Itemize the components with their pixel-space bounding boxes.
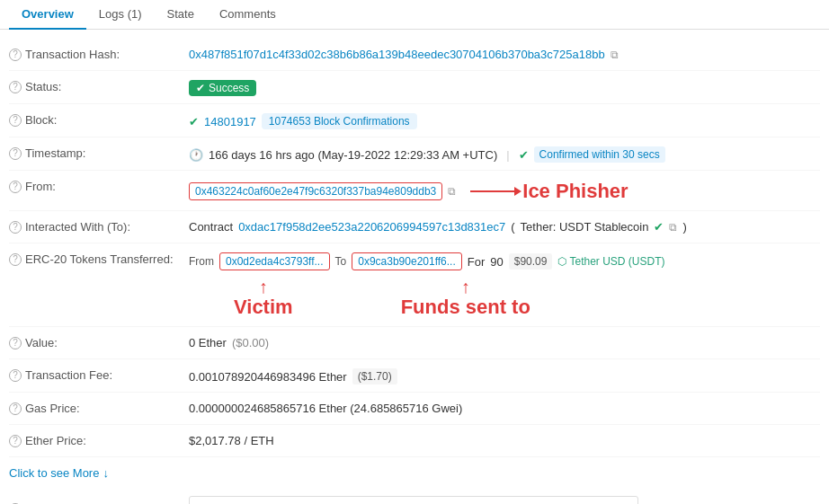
help-icon-block[interactable]: ?	[9, 114, 22, 127]
ether-price-text: $2,017.78 / ETH	[189, 434, 274, 447]
contract-copy-icon[interactable]: ⧉	[669, 221, 677, 234]
tab-comments[interactable]: Comments	[207, 0, 289, 30]
erc20-price-badge: $90.09	[509, 253, 553, 270]
help-icon-gas[interactable]: ?	[9, 402, 22, 415]
help-icon-tx[interactable]: ?	[9, 49, 22, 61]
erc20-to-prefix: To	[335, 255, 347, 268]
erc20-value: From 0x0d2eda4c3793ff... To 0x9ca3b90e20…	[189, 251, 820, 319]
help-icon-interacted[interactable]: ?	[9, 221, 22, 234]
transaction-hash-link[interactable]: 0x487f851f07d1c4f33d02c38b6b86a139b48eed…	[189, 48, 605, 61]
timestamp-value: 🕐 166 days 16 hrs ago (May-19-2022 12:29…	[189, 145, 820, 163]
tab-state[interactable]: State	[155, 0, 207, 30]
block-number-link[interactable]: 14801917	[204, 115, 256, 128]
from-value: 0x463224c0af60e2e47f9c6320f337ba94e809dd…	[189, 178, 820, 203]
value-usd: ($0.00)	[232, 336, 269, 349]
transaction-hash-row: ? Transaction Hash: 0x487f851f07d1c4f33d…	[9, 39, 820, 71]
block-check-icon: ✔	[189, 115, 199, 128]
status-row: ? Status: ✔ Success	[9, 71, 820, 104]
click-more-link[interactable]: Click to see More ↓	[9, 457, 820, 489]
timestamp-label: ? Timestamp:	[9, 145, 189, 160]
chevron-down-icon: ↓	[103, 466, 109, 480]
erc20-from-prefix: From	[189, 255, 214, 268]
clock-icon: 🕐	[189, 148, 203, 162]
victim-arrow-icon: ↑	[259, 278, 268, 296]
value-value: 0 Ether ($0.00)	[189, 334, 820, 349]
value-label: ? Value:	[9, 334, 189, 349]
from-label: ? From:	[9, 178, 189, 193]
block-row: ? Block: ✔ 14801917 1074653 Block Confir…	[9, 104, 820, 137]
ether-price-value: $2,017.78 / ETH	[189, 432, 820, 447]
erc20-amount: 90	[490, 255, 503, 269]
gas-price-text: 0.000000024685865716 Ether (24.685865716…	[189, 402, 462, 415]
victim-annotation: Victim	[234, 296, 293, 319]
funds-sent-annotation-group: ↑ Funds sent to	[401, 278, 530, 319]
interacted-with-row: ? Interacted With (To): Contract 0xdac17…	[9, 211, 820, 243]
erc20-token-badge: ⬡ Tether USD (USDT)	[557, 255, 664, 268]
help-icon-from[interactable]: ?	[9, 181, 22, 193]
gas-price-row: ? Gas Price: 0.000000024685865716 Ether …	[9, 393, 820, 425]
help-icon-erc20[interactable]: ?	[9, 253, 22, 266]
tab-bar: Overview Logs (1) State Comments	[0, 0, 829, 30]
help-icon-timestamp[interactable]: ?	[9, 147, 22, 160]
victim-annotation-group: ↑ Victim	[234, 278, 293, 319]
ether-price-row: ? Ether Price: $2,017.78 / ETH	[9, 425, 820, 457]
help-icon-fee[interactable]: ?	[9, 369, 22, 382]
fee-usd-badge: ($1.70)	[352, 368, 397, 385]
ice-phisher-annotation: Ice Phisher	[522, 180, 628, 203]
transaction-fee-label: ? Transaction Fee:	[9, 367, 189, 382]
overview-content: ? Transaction Hash: 0x487f851f07d1c4f33d…	[0, 30, 829, 504]
contract-name: (	[511, 220, 514, 234]
funds-sent-arrow-icon: ↑	[461, 278, 470, 296]
erc20-to-address[interactable]: 0x9ca3b90e201ff6...	[352, 252, 462, 270]
tab-overview[interactable]: Overview	[9, 0, 86, 30]
erc20-label: ? ERC-20 Tokens Transferred:	[9, 251, 189, 266]
block-value: ✔ 14801917 1074653 Block Confirmations	[189, 111, 820, 129]
help-icon-value[interactable]: ?	[9, 337, 22, 349]
help-icon-status[interactable]: ?	[9, 81, 22, 93]
check-circle-icon: ✔	[196, 82, 205, 94]
contract-check-icon: ✔	[654, 220, 664, 234]
copy-from-icon[interactable]: ⧉	[448, 185, 456, 198]
transaction-fee-value: 0.001078920446983496 Ether ($1.70)	[189, 367, 820, 385]
contract-address-link[interactable]: 0xdac17f958d2ee523a2206206994597c13d831e…	[238, 220, 505, 234]
from-address-link[interactable]: 0x463224c0af60e2e47f9c6320f337ba94e809dd…	[189, 182, 442, 200]
timestamp-row: ? Timestamp: 🕐 166 days 16 hrs ago (May-…	[9, 137, 820, 171]
gas-price-label: ? Gas Price:	[9, 400, 189, 415]
funds-sent-annotation: Funds sent to	[401, 296, 530, 319]
block-label: ? Block:	[9, 111, 189, 127]
value-row: ? Value: 0 Ether ($0.00)	[9, 327, 820, 359]
erc20-from-address[interactable]: 0x0d2eda4c3793ff...	[219, 252, 330, 270]
private-note-input[interactable]	[189, 496, 638, 504]
erc20-row: ? ERC-20 Tokens Transferred: From 0x0d2e…	[9, 243, 820, 327]
erc20-transfer-row: From 0x0d2eda4c3793ff... To 0x9ca3b90e20…	[189, 252, 664, 270]
fee-ether: 0.001078920446983496 Ether	[189, 370, 347, 384]
contract-name-text: Tether: USDT Stablecoin	[521, 220, 649, 234]
block-confirmations-badge: 1074653 Block Confirmations	[262, 113, 417, 129]
value-ether: 0 Ether	[189, 336, 227, 349]
erc20-for-prefix: For	[468, 255, 486, 269]
transaction-fee-row: ? Transaction Fee: 0.001078920446983496 …	[9, 359, 820, 393]
confirmed-check-icon: ✔	[519, 148, 529, 162]
tab-logs[interactable]: Logs (1)	[86, 0, 155, 30]
interacted-with-value: Contract 0xdac17f958d2ee523a220620699459…	[189, 218, 820, 234]
erc20-annotations: ↑ Victim ↑ Funds sent to	[189, 278, 820, 319]
help-icon-ether-price[interactable]: ?	[9, 435, 22, 447]
transaction-hash-label: ? Transaction Hash:	[9, 46, 189, 61]
timestamp-text: 166 days 16 hrs ago (May-19-2022 12:29:3…	[209, 148, 497, 162]
confirmed-badge: Confirmed within 30 secs	[534, 146, 665, 163]
private-note-row: ? Private Note: Tip: A private note (up …	[9, 489, 820, 504]
status-value: ✔ Success	[189, 78, 820, 96]
from-row: ? From: 0x463224c0af60e2e47f9c6320f337ba…	[9, 171, 820, 211]
ether-price-label: ? Ether Price:	[9, 432, 189, 447]
tether-icon: ⬡	[557, 255, 566, 268]
contract-prefix: Contract	[189, 220, 233, 234]
interacted-with-label: ? Interacted With (To):	[9, 218, 189, 234]
copy-tx-icon[interactable]: ⧉	[611, 49, 619, 61]
status-badge: ✔ Success	[189, 80, 256, 96]
status-label: ? Status:	[9, 78, 189, 93]
private-note-label: ? Private Note:	[9, 501, 189, 505]
gas-price-value: 0.000000024685865716 Ether (24.685865716…	[189, 400, 820, 415]
private-note-header: ? Private Note:	[9, 496, 638, 504]
timestamp-separator: |	[506, 148, 509, 162]
transaction-hash-value: 0x487f851f07d1c4f33d02c38b6b86a139b48eed…	[189, 46, 820, 61]
